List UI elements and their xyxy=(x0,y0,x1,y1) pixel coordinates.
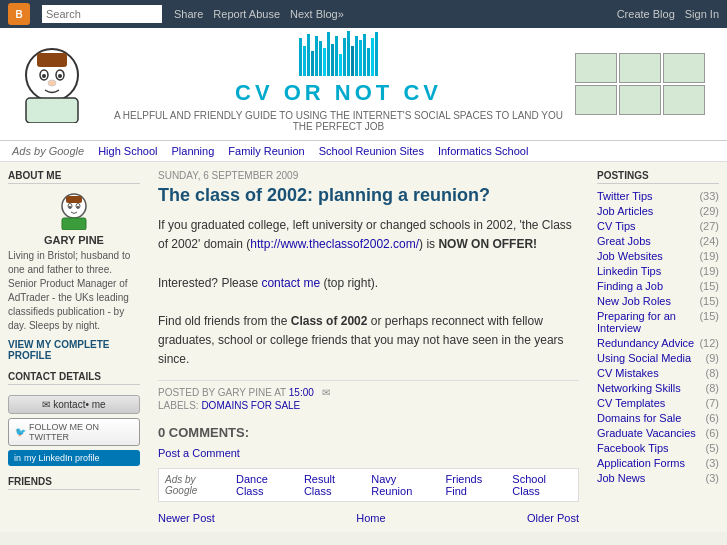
posting-item: CV Tips(27) xyxy=(597,220,719,232)
window-graphic xyxy=(575,53,705,115)
adbar2-link-2[interactable]: Navy Reunion xyxy=(371,473,435,497)
search-input[interactable] xyxy=(42,5,162,23)
adbar2-link-1[interactable]: Result Class xyxy=(304,473,361,497)
label-domains-link[interactable]: DOMAINS FOR SALE xyxy=(201,400,300,411)
about-name: GARY PINE xyxy=(44,234,104,246)
twitter-button[interactable]: 🐦 FOLLOW ME ON TWITTER xyxy=(8,418,140,446)
posting-link-13[interactable]: CV Templates xyxy=(597,397,665,409)
next-blog-link[interactable]: Next Blog» xyxy=(290,8,344,20)
adbar-link-2[interactable]: Family Reunion xyxy=(228,145,304,157)
posting-count-6: (15) xyxy=(699,280,719,292)
class2002-link[interactable]: http://www.theclassof2002.com/ xyxy=(250,237,419,251)
class2002-bold: Class of 2002 xyxy=(291,314,368,328)
post-time-link[interactable]: 15:00 xyxy=(289,387,314,398)
posting-link-16[interactable]: Facebook Tips xyxy=(597,442,669,454)
svg-rect-14 xyxy=(62,218,86,230)
posting-link-2[interactable]: CV Tips xyxy=(597,220,636,232)
ads-by-google-label2: Ads by Google xyxy=(165,474,226,496)
posting-link-7[interactable]: New Job Roles xyxy=(597,295,671,307)
posting-link-12[interactable]: Networking Skills xyxy=(597,382,681,394)
posting-count-2: (27) xyxy=(699,220,719,232)
window-pane xyxy=(663,53,705,83)
posting-count-17: (3) xyxy=(706,457,719,469)
posting-link-1[interactable]: Job Articles xyxy=(597,205,653,217)
posting-item: Job Articles(29) xyxy=(597,205,719,217)
posting-link-18[interactable]: Job News xyxy=(597,472,645,484)
posting-link-8[interactable]: Preparing for an Interview xyxy=(597,310,699,334)
view-profile-link[interactable]: VIEW MY COMPLETE PROFILE xyxy=(8,339,140,361)
post-comment-link[interactable]: Post a Comment xyxy=(158,447,240,459)
adbar2-link-0[interactable]: Dance Class xyxy=(236,473,294,497)
posting-link-6[interactable]: Finding a Job xyxy=(597,280,663,292)
adbar2-link-3[interactable]: Friends Find xyxy=(446,473,503,497)
share-link[interactable]: Share xyxy=(174,8,203,20)
posting-link-3[interactable]: Great Jobs xyxy=(597,235,651,247)
envelope-icon: ✉ xyxy=(42,399,50,410)
posting-count-9: (12) xyxy=(699,337,719,349)
kontact-button[interactable]: ✉ kontact• me xyxy=(8,395,140,414)
create-blog-link[interactable]: Create Blog xyxy=(617,8,675,20)
home-link[interactable]: Home xyxy=(356,512,385,524)
posting-item: Job News(3) xyxy=(597,472,719,484)
posting-item: Domains for Sale(6) xyxy=(597,412,719,424)
svg-rect-7 xyxy=(26,98,78,123)
sign-in-link[interactable]: Sign In xyxy=(685,8,719,20)
comments-section: 0 COMMENTS: Post a Comment xyxy=(158,425,579,460)
posting-count-11: (8) xyxy=(706,367,719,379)
posted-by-label: POSTED BY GARY PINE AT xyxy=(158,387,286,398)
banner-avatar-area xyxy=(12,43,102,126)
adbar-link-4[interactable]: Informatics School xyxy=(438,145,528,157)
contact-btn-label: kontact• me xyxy=(53,399,105,410)
postings-list: Twitter Tips(33)Job Articles(29)CV Tips(… xyxy=(597,190,719,484)
posting-count-18: (3) xyxy=(706,472,719,484)
about-me-title: ABOUT ME xyxy=(8,170,140,184)
posting-link-11[interactable]: CV Mistakes xyxy=(597,367,659,379)
posting-item: Facebook Tips(5) xyxy=(597,442,719,454)
linkedin-button[interactable]: in my LinkedIn profile xyxy=(8,450,140,466)
blogger-logo[interactable]: B xyxy=(8,3,30,25)
posting-item: Redundancy Advice(12) xyxy=(597,337,719,349)
window-pane xyxy=(575,53,617,83)
friends-title: FRIENDS xyxy=(8,476,140,490)
about-bio: Living in Bristol; husband to one and fa… xyxy=(8,249,140,333)
posting-count-15: (6) xyxy=(706,427,719,439)
contact-me-link[interactable]: contact me xyxy=(261,276,320,290)
sidebar-right: POSTINGS Twitter Tips(33)Job Articles(29… xyxy=(589,170,719,524)
posting-count-13: (7) xyxy=(706,397,719,409)
posting-link-4[interactable]: Job Websites xyxy=(597,250,663,262)
content-area: SUNDAY, 6 SEPTEMBER 2009 The class of 20… xyxy=(148,170,589,524)
barcode-graphic xyxy=(299,36,378,76)
posting-item: New Job Roles(15) xyxy=(597,295,719,307)
topbar: B Share Report Abuse Next Blog» Create B… xyxy=(0,0,727,28)
posting-link-9[interactable]: Redundancy Advice xyxy=(597,337,694,349)
newer-post-link[interactable]: Newer Post xyxy=(158,512,215,524)
adbar-link-1[interactable]: Planning xyxy=(171,145,214,157)
posting-link-17[interactable]: Application Forms xyxy=(597,457,685,469)
posting-count-16: (5) xyxy=(706,442,719,454)
posting-count-8: (15) xyxy=(699,310,719,334)
posting-link-0[interactable]: Twitter Tips xyxy=(597,190,653,202)
post-body: If you graduated college, left universit… xyxy=(158,216,579,370)
posting-count-3: (24) xyxy=(699,235,719,247)
window-pane xyxy=(663,85,705,115)
window-pane xyxy=(575,85,617,115)
posting-link-15[interactable]: Graduate Vacancies xyxy=(597,427,696,439)
posting-link-10[interactable]: Using Social Media xyxy=(597,352,691,364)
posting-count-7: (15) xyxy=(699,295,719,307)
main-layout: ABOUT ME GARY PINE Living in Bristol; hu… xyxy=(0,162,727,532)
adbar-link-0[interactable]: High School xyxy=(98,145,157,157)
adbar-link-3[interactable]: School Reunion Sites xyxy=(319,145,424,157)
older-post-link[interactable]: Older Post xyxy=(527,512,579,524)
adbar2-link-4[interactable]: School Class xyxy=(512,473,572,497)
posting-link-5[interactable]: Linkedin Tips xyxy=(597,265,661,277)
posting-count-5: (19) xyxy=(699,265,719,277)
twitter-btn-label: FOLLOW ME ON TWITTER xyxy=(29,422,133,442)
report-abuse-link[interactable]: Report Abuse xyxy=(213,8,280,20)
posting-item: Graduate Vacancies(6) xyxy=(597,427,719,439)
posting-item: CV Templates(7) xyxy=(597,397,719,409)
labels-label: LABELS: xyxy=(158,400,199,411)
banner: CV OR NOT CV A HELPFUL AND FRIENDLY GUID… xyxy=(0,28,727,141)
svg-point-4 xyxy=(42,74,46,78)
posting-link-14[interactable]: Domains for Sale xyxy=(597,412,681,424)
topbar-nav: Share Report Abuse Next Blog» xyxy=(174,8,605,20)
